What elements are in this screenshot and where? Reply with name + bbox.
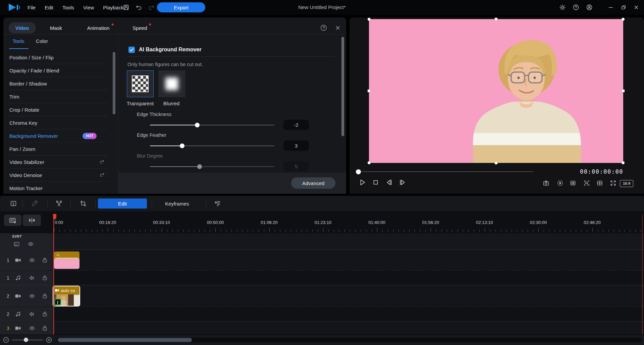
speaker-icon[interactable] — [29, 275, 35, 281]
production-log-icon[interactable] — [570, 180, 576, 186]
slider-thumb[interactable] — [180, 143, 184, 148]
timeline-hscrollbar[interactable] — [56, 338, 642, 342]
window-minimize-icon[interactable] — [608, 4, 614, 10]
play-icon[interactable] — [358, 178, 366, 186]
edit-mode-button[interactable]: Edit — [98, 198, 147, 209]
tool-item-trim[interactable]: Trim — [3, 90, 118, 103]
track-lane-video-3[interactable] — [54, 322, 644, 335]
revert-icon[interactable] — [99, 159, 106, 165]
slider-track[interactable] — [150, 166, 274, 167]
seek-track[interactable] — [362, 171, 533, 172]
zoom-out-icon[interactable] — [3, 337, 9, 343]
timeline-ruler[interactable]: 0:0000:16:2000:33:1000:50:0001:06:2001:2… — [0, 220, 644, 225]
slider-track[interactable] — [150, 125, 274, 125]
advanced-button[interactable]: Advanced — [291, 177, 335, 189]
undo-icon[interactable] — [136, 4, 142, 11]
tab-video[interactable]: Video — [9, 22, 36, 34]
resize-handle-bottom-left[interactable] — [368, 161, 371, 164]
account-icon[interactable] — [586, 4, 593, 11]
snapshot-camera-icon[interactable] — [543, 180, 549, 186]
dual-preview-icon[interactable] — [596, 180, 603, 186]
lock-icon[interactable] — [42, 325, 48, 332]
lock-icon[interactable] — [42, 275, 48, 281]
help-icon[interactable] — [573, 4, 579, 11]
tool-item-opacity-fade-blend[interactable]: Opacity / Fade / Blend — [3, 64, 118, 77]
mode-transparent-tile[interactable] — [127, 70, 154, 97]
caption-track-icon[interactable] — [13, 241, 20, 247]
tool-item-background-remover[interactable]: Background RemoverHOT — [3, 129, 118, 142]
window-close-icon[interactable] — [633, 4, 639, 10]
resize-handle-top[interactable] — [495, 18, 497, 20]
resize-handle-top-left[interactable] — [368, 18, 371, 21]
tab-mask[interactable]: Mask — [43, 22, 69, 34]
lock-icon[interactable] — [42, 257, 48, 264]
timeline-zoom-thumb[interactable] — [24, 338, 28, 342]
ruler-ticks[interactable] — [0, 227, 644, 232]
subtab-tools[interactable]: Tools — [12, 38, 24, 44]
clip-info-badge[interactable]: i — [54, 299, 61, 305]
resize-handle-top-right[interactable] — [622, 18, 625, 21]
next-frame-icon[interactable] — [398, 178, 407, 186]
slider-thumb[interactable] — [197, 164, 202, 169]
video-clip-selected[interactable]: auto cu i — [53, 286, 80, 306]
eye-icon[interactable] — [28, 241, 34, 247]
tool-item-video-stabilizer[interactable]: Video Stabilizer — [3, 156, 118, 169]
tab-speed[interactable]: Speed — [126, 22, 154, 34]
subtab-color[interactable]: Color — [36, 38, 48, 44]
tool-list-scrollbar[interactable] — [113, 52, 115, 114]
menu-tools[interactable]: Tools — [62, 5, 74, 10]
tool-item-chroma-key[interactable]: Chroma Key — [3, 116, 118, 129]
panel-close-icon[interactable] — [335, 25, 341, 31]
range-select-icon[interactable] — [10, 200, 17, 207]
keyframes-button[interactable]: Keyframes — [157, 198, 197, 209]
slider-value[interactable]: 5 — [283, 161, 309, 172]
tool-item-video-denoise[interactable]: Video Denoise — [3, 169, 118, 182]
settings-gear-icon[interactable] — [559, 4, 566, 11]
tool-item-border-shadow[interactable]: Border / Shadow — [3, 77, 118, 90]
slider-thumb[interactable] — [195, 123, 200, 127]
eye-icon[interactable] — [29, 325, 35, 332]
slider-track[interactable] — [150, 146, 274, 146]
mode-blurred-tile[interactable] — [158, 70, 185, 97]
aspect-ratio-button[interactable]: 16:9 — [620, 180, 633, 187]
tool-item-crop-rotate[interactable]: Crop / Rotate — [3, 103, 118, 116]
resize-handle-right[interactable] — [622, 90, 625, 92]
speaker-icon[interactable] — [29, 311, 35, 318]
resize-handle-left[interactable] — [368, 90, 370, 92]
fullscreen-icon[interactable] — [610, 180, 616, 186]
revert-icon[interactable] — [99, 172, 106, 178]
timeline-hscrollbar-thumb[interactable] — [58, 338, 192, 342]
crop-icon[interactable] — [79, 200, 87, 207]
tool-item-position-size-flip[interactable]: Position / Size / Flip — [3, 51, 118, 64]
lock-icon[interactable] — [42, 293, 48, 299]
tool-item-pan-zoom[interactable]: Pan / Zoom — [3, 142, 118, 156]
track-lane-audio-1[interactable] — [54, 271, 644, 285]
track-lane-svrt[interactable] — [54, 233, 644, 249]
track-lane-audio-2[interactable] — [54, 307, 644, 321]
panel-scrollbar[interactable] — [341, 37, 344, 136]
color-board-clip[interactable] — [54, 251, 79, 269]
track-lane-video-2[interactable] — [54, 285, 644, 306]
playhead-line[interactable] — [53, 215, 54, 335]
panel-help-icon[interactable] — [320, 24, 327, 32]
menu-edit[interactable]: Edit — [45, 5, 53, 10]
tool-item-motion-tracker[interactable]: Motion Tracker — [3, 182, 118, 194]
redo-icon[interactable] — [148, 4, 155, 11]
export-button[interactable]: Export — [157, 2, 205, 12]
preview-video[interactable] — [369, 19, 623, 163]
ai-background-remover-checkbox[interactable] — [128, 47, 135, 53]
lock-icon[interactable] — [42, 311, 48, 318]
menu-view[interactable]: View — [83, 5, 94, 10]
stop-icon[interactable] — [372, 178, 380, 186]
previous-frame-icon[interactable] — [385, 178, 393, 186]
menu-file[interactable]: File — [28, 5, 36, 10]
save-icon[interactable] — [123, 4, 129, 11]
split-scissors-icon[interactable] — [55, 200, 63, 207]
preview-quality-icon[interactable] — [557, 180, 564, 186]
zoom-in-icon[interactable] — [46, 337, 52, 343]
track-properties-icon[interactable] — [214, 200, 221, 207]
eye-icon[interactable] — [29, 293, 35, 299]
eye-icon[interactable] — [29, 257, 35, 264]
tab-animation[interactable]: Animation — [80, 22, 116, 34]
menu-playback[interactable]: Playback — [103, 5, 123, 10]
